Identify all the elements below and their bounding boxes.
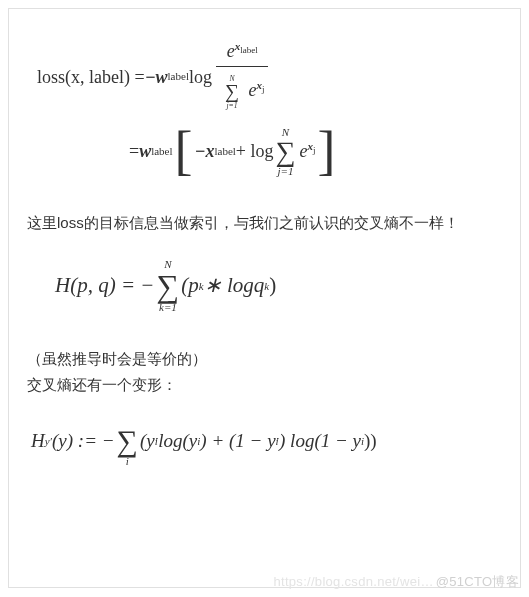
den-sum-bot: j=1: [226, 102, 237, 110]
line2-exp-sub: j: [313, 146, 316, 156]
explanation-text-2a: （虽然推导时会是等价的）: [27, 347, 502, 371]
line2-sum-bot: j=1: [278, 166, 294, 177]
den-exp-sub: j: [262, 84, 265, 94]
loss-lhs: loss(x, label) =: [37, 63, 145, 92]
f3-Hsub: y′: [45, 435, 52, 447]
line2-sum: N ∑ j=1: [276, 127, 296, 177]
f2-body1: (p: [181, 273, 199, 298]
document-page: loss(x, label) = −w label log exlabel N …: [8, 8, 521, 588]
binary-entropy-formula: H y′ (y) := − ∑ i (y i ′ log(y i ) + (1 …: [31, 415, 502, 467]
w-sub: label: [168, 68, 189, 86]
log-text: log: [189, 63, 212, 92]
f3-p2: log(y: [158, 430, 197, 452]
line2-minus-x: −x: [195, 137, 215, 166]
f3-sum: ∑ i: [117, 415, 138, 467]
f3-arg: (y) := −: [52, 430, 115, 452]
line2-eq: =: [129, 137, 139, 166]
sigma-icon-2: ∑: [276, 138, 296, 166]
line2-x-sub: label: [214, 143, 235, 161]
softmax-fraction: exlabel N ∑ j=1 exj: [216, 37, 268, 117]
num-e: e: [227, 41, 235, 61]
f2-sum-bot: k=1: [159, 302, 177, 313]
f3-sum-bot: i: [126, 456, 129, 467]
explanation-text-1: 这里loss的目标信息当做索引，与我们之前认识的交叉熵不一样！: [27, 211, 502, 235]
f2-sum: N ∑ k=1: [157, 259, 180, 313]
line2-plus-log: + log: [236, 137, 274, 166]
f3-p5: )): [364, 430, 377, 452]
den-sum: N ∑ j=1: [225, 74, 239, 109]
f2-body-mid: ∗ logq: [204, 273, 265, 298]
f3-H: H: [31, 430, 45, 452]
f2-end: ): [269, 273, 276, 298]
minus-w: −w: [145, 63, 168, 92]
entropy-formula: H(p, q) = − N ∑ k=1 (p k ∗ logq k ): [55, 259, 502, 313]
f3-p1: (y: [140, 430, 155, 452]
left-bracket-icon: [: [175, 130, 193, 173]
sigma-icon-4: ∑: [117, 426, 138, 456]
sigma-icon-3: ∑: [157, 270, 180, 302]
explanation-text-2b: 交叉熵还有一个变形：: [27, 373, 502, 397]
num-exp-sub: label: [240, 45, 258, 55]
line2-w-sub: label: [151, 143, 172, 161]
loss-formula: loss(x, label) = −w label log exlabel N …: [37, 37, 502, 177]
f3-p3: ) + (1 − y: [200, 430, 275, 452]
right-bracket-icon: ]: [318, 130, 336, 173]
line2-w: w: [139, 137, 151, 166]
f3-p4: ) log(1 − y: [279, 430, 361, 452]
sigma-icon: ∑: [225, 82, 239, 102]
H-lhs: H(p, q) = −: [55, 273, 155, 298]
